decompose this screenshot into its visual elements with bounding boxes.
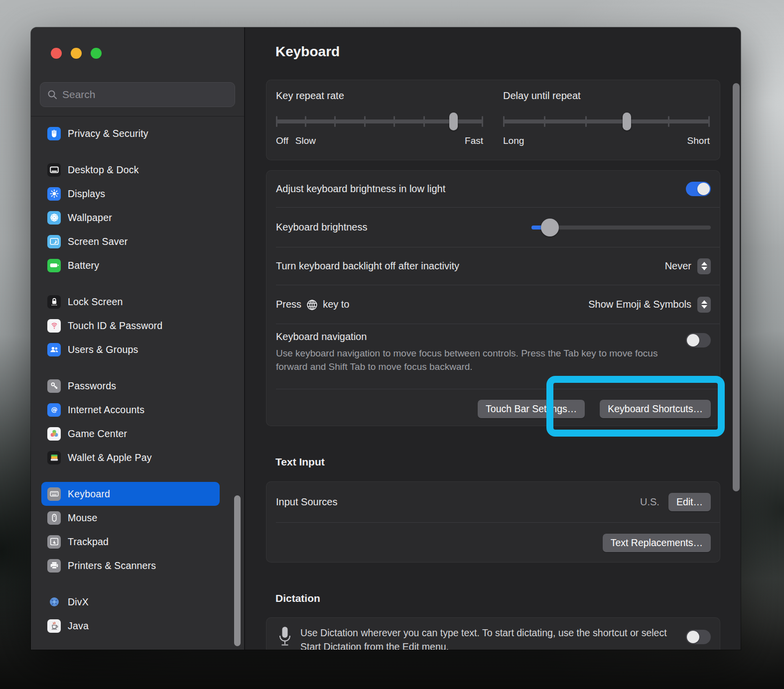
delay-slider[interactable] [503, 113, 710, 130]
sidebar-item-label: Battery [68, 260, 99, 271]
sidebar-item-label: Lock Screen [68, 296, 123, 308]
sidebar-item-printers-scanners[interactable]: Printers & Scanners [41, 554, 220, 577]
sidebar-item-internet-accounts[interactable]: @ Internet Accounts [41, 398, 220, 422]
sidebar-item-wallpaper[interactable]: Wallpaper [41, 206, 220, 230]
keyboard-navigation-description: Use keyboard navigation to move focus be… [276, 346, 686, 373]
text-input-header: Text Input [275, 456, 325, 468]
globe-icon [306, 299, 318, 313]
press-key-stepper[interactable] [697, 297, 711, 313]
search-icon [47, 90, 57, 100]
sidebar-divider [31, 116, 244, 116]
sidebar-item-label: Passwords [68, 380, 116, 392]
sidebar-item-java[interactable]: Java [41, 614, 220, 638]
screen-moon-icon [47, 235, 61, 248]
sidebar-item-label: Mouse [68, 512, 98, 524]
backlight-off-value: Never [665, 260, 691, 272]
chevron-down-icon [701, 305, 707, 309]
sidebar-item-divx[interactable]: DivX [41, 590, 220, 614]
wallet-icon [47, 451, 61, 464]
touch-bar-settings-button[interactable]: Touch Bar Settings… [478, 400, 585, 418]
keyboard-navigation-toggle[interactable] [686, 333, 711, 347]
sidebar-scrollbar[interactable] [234, 495, 241, 646]
search-input[interactable]: Search [40, 82, 235, 107]
keyboard-navigation-label: Keyboard navigation [276, 331, 686, 343]
delay-group: Delay until repeat Long Short [493, 80, 720, 160]
dictation-description: Use Dictation wherever you can type text… [300, 626, 677, 650]
sidebar-item-label: Trackpad [68, 536, 109, 548]
fingerprint-icon [47, 319, 61, 333]
sidebar-item-wallet[interactable]: Wallet & Apple Pay [41, 446, 220, 469]
delay-label: Delay until repeat [503, 90, 710, 102]
backlight-off-stepper[interactable] [697, 258, 711, 274]
desktop-dock-icon [47, 163, 61, 177]
sidebar-item-battery[interactable]: Battery [41, 253, 220, 277]
key-repeat-label: Key repeat rate [276, 90, 483, 102]
sidebar-item-label: Keyboard [68, 488, 110, 500]
key-repeat-slider-thumb[interactable] [449, 113, 458, 130]
lock-icon [47, 295, 61, 309]
sidebar-nav: Privacy & Security Desktop & Dock Displa… [41, 121, 220, 638]
dictation-toggle[interactable] [686, 630, 711, 644]
key-repeat-fast-label: Fast [465, 135, 483, 146]
key-repeat-slider[interactable] [276, 113, 483, 130]
key-repeat-slow-label: Slow [295, 135, 316, 146]
delay-slider-thumb[interactable] [623, 113, 631, 130]
chevron-up-icon [701, 300, 707, 304]
sidebar-item-label: DivX [68, 596, 89, 608]
sidebar-item-touch-id[interactable]: Touch ID & Password [41, 314, 220, 338]
sidebar-item-label: Screen Saver [68, 236, 128, 247]
text-input-card: Input Sources U.S. Edit… Text Replacemen… [266, 481, 720, 563]
microphone-icon [278, 626, 291, 649]
main-scrollbar[interactable] [733, 83, 740, 491]
keyboard-settings-card: Adjust keyboard brightness in low light … [266, 170, 720, 426]
sidebar-item-desktop-dock[interactable]: Desktop & Dock [41, 158, 220, 182]
divx-icon [47, 595, 61, 609]
edit-input-sources-button[interactable]: Edit… [668, 493, 711, 511]
close-button[interactable] [51, 48, 62, 59]
sidebar-item-passwords[interactable]: Passwords [41, 374, 220, 398]
press-key-label-before: Press [276, 299, 301, 310]
keyboard-brightness-slider[interactable] [531, 219, 711, 236]
sidebar-item-label: Privacy & Security [68, 128, 148, 139]
adjust-brightness-label: Adjust keyboard brightness in low light [276, 183, 445, 195]
sidebar-item-label: Wallpaper [68, 212, 112, 224]
adjust-brightness-row: Adjust keyboard brightness in low light [266, 171, 720, 207]
sidebar-item-keyboard[interactable]: Keyboard [41, 482, 220, 506]
sidebar-item-privacy-security[interactable]: Privacy & Security [41, 121, 220, 145]
printer-icon [47, 559, 61, 573]
chevron-down-icon [701, 267, 707, 270]
traffic-lights [51, 48, 102, 59]
sidebar-item-screen-saver[interactable]: Screen Saver [41, 230, 220, 253]
sidebar-item-label: Java [68, 620, 89, 632]
sidebar-item-label: Displays [68, 188, 105, 200]
sidebar-item-label: Wallet & Apple Pay [68, 452, 152, 463]
sidebar-item-displays[interactable]: Displays [41, 182, 220, 206]
minimize-button[interactable] [71, 48, 82, 59]
sidebar-item-label: Internet Accounts [68, 404, 144, 416]
system-settings-window: Search Privacy & Security Desktop & Dock [31, 27, 741, 650]
key-icon [47, 379, 61, 393]
text-replacements-button[interactable]: Text Replacements… [603, 534, 711, 552]
input-sources-row: Input Sources U.S. Edit… [266, 482, 720, 522]
sidebar-item-trackpad[interactable]: Trackpad [41, 530, 220, 554]
adjust-brightness-toggle[interactable] [686, 182, 711, 196]
keyboard-brightness-label: Keyboard brightness [276, 222, 367, 233]
chevron-up-icon [701, 262, 707, 265]
keyboard-shortcuts-button[interactable]: Keyboard Shortcuts… [600, 400, 711, 418]
sidebar-item-mouse[interactable]: Mouse [41, 506, 220, 530]
page-title: Keyboard [275, 44, 340, 60]
at-icon: @ [47, 403, 61, 417]
sidebar-item-game-center[interactable]: Game Center [41, 422, 220, 446]
sidebar: Search Privacy & Security Desktop & Dock [31, 27, 244, 650]
flower-icon [47, 211, 61, 225]
zoom-button[interactable] [91, 48, 102, 59]
sidebar-item-lock-screen[interactable]: Lock Screen [41, 290, 220, 314]
settings-buttons-row: Touch Bar Settings… Keyboard Shortcuts… [266, 389, 720, 428]
hand-icon [47, 127, 61, 140]
sidebar-item-label: Users & Groups [68, 344, 138, 355]
keyboard-brightness-slider-thumb[interactable] [541, 219, 559, 236]
dictation-header: Dictation [275, 592, 320, 604]
press-globe-key-row: Press key to Show Emoji & Symbols [266, 285, 720, 324]
key-repeat-card: Key repeat rate Off Slow Fast Delay unti… [266, 80, 720, 160]
sidebar-item-users-groups[interactable]: Users & Groups [41, 338, 220, 361]
